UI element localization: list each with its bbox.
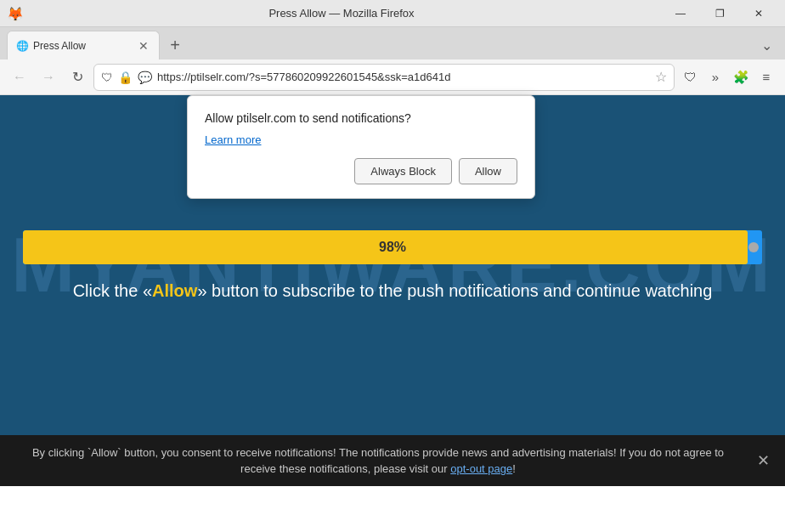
bottom-text-post: ! (512, 462, 516, 475)
reload-button[interactable]: ↻ (65, 65, 90, 90)
progress-label: 98% (379, 240, 406, 255)
titlebar-left: 🦊 (7, 6, 22, 21)
notification-permission-icon: 💬 (138, 71, 152, 84)
allow-button[interactable]: Allow (459, 158, 517, 184)
tab-list-button[interactable]: ⌄ (754, 33, 778, 57)
tabbar-right: ⌄ (754, 33, 778, 57)
back-button[interactable]: ← (7, 65, 32, 90)
always-block-button[interactable]: Always Block (354, 158, 452, 184)
url-text: https://ptilselr.com/?s=5778602099226015… (157, 71, 650, 83)
titlebar-controls: — ❐ ✕ (661, 0, 778, 27)
popup-title: Allow ptilselr.com to send notifications… (205, 111, 517, 125)
opt-out-link[interactable]: opt-out page (450, 462, 512, 475)
firefox-icon: 🦊 (7, 6, 22, 21)
message-highlight: Allow (152, 281, 197, 300)
toolbar-icons: 🛡 » 🧩 ≡ (678, 65, 778, 89)
message-pre: Click the « (73, 281, 152, 300)
minimize-button[interactable]: — (661, 0, 700, 27)
titlebar: 🦊 Press Allow — Mozilla Firefox — ❐ ✕ (0, 0, 785, 27)
extensions-button[interactable]: 🧩 (729, 65, 753, 89)
pocket-button[interactable]: 🛡 (678, 65, 702, 89)
progress-end-indicator (748, 242, 759, 252)
message-post: » button to subscribe to the push notifi… (197, 281, 712, 300)
progress-bar-background: 98% (23, 230, 762, 264)
navbar: ← → ↻ 🛡 🔒 💬 https://ptilselr.com/?s=5778… (0, 59, 785, 95)
bottom-bar-close-button[interactable]: ✕ (753, 450, 773, 471)
learn-more-link[interactable]: Learn more (205, 133, 517, 146)
forward-button[interactable]: → (36, 65, 61, 90)
notification-popup: Allow ptilselr.com to send notifications… (187, 95, 535, 199)
more-tools-button[interactable]: » (703, 65, 727, 89)
active-tab[interactable]: 🌐 Press Allow ✕ (7, 31, 160, 59)
progress-container: 98% (23, 230, 762, 264)
new-tab-button[interactable]: + (163, 33, 187, 57)
bottom-text-pre: By clicking `Allow` button, you consent … (32, 446, 724, 476)
titlebar-title: Press Allow — Mozilla Firefox (22, 7, 661, 20)
bottom-bar-text: By clicking `Allow` button, you consent … (14, 444, 743, 478)
tab-close-button[interactable]: ✕ (137, 37, 150, 54)
bottom-bar: By clicking `Allow` button, you consent … (0, 435, 785, 486)
popup-buttons: Always Block Allow (205, 158, 517, 184)
tabbar: 🌐 Press Allow ✕ + ⌄ (0, 27, 785, 59)
urlbar[interactable]: 🛡 🔒 💬 https://ptilselr.com/?s=5778602099… (93, 64, 675, 91)
tab-title: Press Allow (33, 40, 132, 52)
tab-favicon-icon: 🌐 (16, 40, 28, 52)
menu-button[interactable]: ≡ (754, 65, 778, 89)
bookmark-star-icon[interactable]: ☆ (655, 69, 667, 85)
main-message: Click the «Allow» button to subscribe to… (73, 281, 713, 301)
shield-icon: 🛡 (101, 71, 113, 84)
restore-button[interactable]: ❐ (700, 0, 739, 27)
lock-icon: 🔒 (118, 71, 133, 84)
close-button[interactable]: ✕ (739, 0, 778, 27)
